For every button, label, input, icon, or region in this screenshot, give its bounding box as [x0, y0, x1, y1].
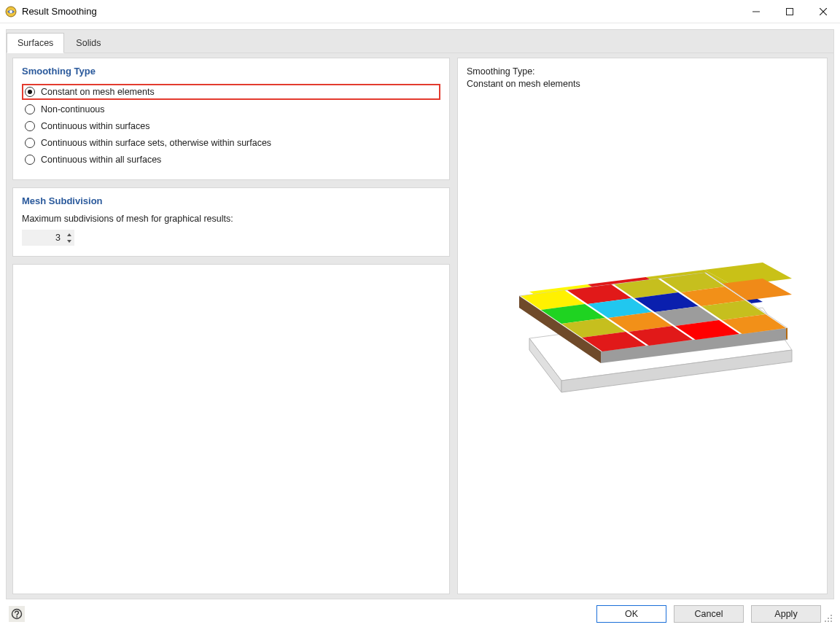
tab-solids[interactable]: Solids: [66, 34, 111, 52]
panel-title-smoothing: Smoothing Type: [22, 66, 440, 77]
help-button[interactable]: [9, 606, 25, 622]
radio-indicator-icon: [25, 121, 35, 131]
radio-indicator-icon: [25, 138, 35, 148]
preview-line2: Constant on mesh elements: [467, 79, 580, 89]
radio-continuous-within-surface-sets[interactable]: Continuous within surface sets, otherwis…: [22, 136, 440, 150]
tab-label: Solids: [76, 38, 101, 48]
radio-indicator-icon: [25, 87, 35, 97]
maximize-button[interactable]: [773, 0, 806, 23]
tabs-bar: Surfaces Solids: [6, 29, 834, 53]
panel-mesh-subdivision: Mesh Subdivision Maximum subdivisions of…: [12, 187, 450, 257]
help-icon: [11, 608, 23, 620]
svg-marker-40: [786, 328, 788, 340]
titlebar: Result Smoothing: [0, 0, 840, 23]
minimize-button[interactable]: [739, 0, 773, 23]
radio-label: Constant on mesh elements: [41, 87, 155, 97]
left-column: Smoothing Type Constant on mesh elements…: [12, 53, 450, 594]
radio-indicator-icon: [25, 155, 35, 165]
svg-point-49: [825, 621, 826, 622]
radio-label: Continuous within surface sets, otherwis…: [41, 138, 271, 148]
content-row: Smoothing Type Constant on mesh elements…: [6, 53, 834, 599]
dialog-footer: OK Cancel Apply: [0, 599, 840, 630]
svg-point-48: [828, 621, 829, 622]
app-icon: [4, 5, 18, 18]
radio-indicator-icon: [25, 104, 35, 114]
radio-label: Non-continuous: [41, 104, 105, 114]
svg-point-1: [9, 10, 12, 13]
svg-marker-6: [67, 233, 71, 236]
svg-rect-3: [787, 8, 793, 15]
radio-non-continuous[interactable]: Non-continuous: [22, 102, 440, 117]
button-label: Apply: [774, 609, 797, 619]
svg-point-44: [831, 615, 832, 616]
mesh-subdivision-label: Maximum subdivisions of mesh for graphic…: [22, 214, 440, 224]
preview-line1: Smoothing Type:: [467, 66, 535, 77]
mesh-subdivision-spinner[interactable]: [22, 230, 74, 246]
radio-continuous-within-all-surfaces[interactable]: Continuous within all surfaces: [22, 152, 440, 167]
button-label: OK: [625, 609, 638, 619]
preview-text: Smoothing Type: Constant on mesh element…: [467, 66, 818, 90]
radio-continuous-within-surfaces[interactable]: Continuous within surfaces: [22, 119, 440, 133]
svg-marker-7: [67, 240, 71, 243]
resize-grip-icon[interactable]: [824, 614, 833, 623]
tab-surfaces[interactable]: Surfaces: [7, 33, 64, 53]
radio-label: Continuous within surfaces: [41, 121, 149, 131]
apply-button[interactable]: Apply: [751, 605, 821, 623]
svg-point-46: [828, 618, 829, 619]
radio-label: Continuous within all surfaces: [41, 155, 161, 165]
dialog-body: Surfaces Solids Smoothing Type Constant …: [0, 23, 840, 630]
cancel-button[interactable]: Cancel: [674, 605, 744, 623]
button-label: Cancel: [695, 609, 723, 619]
svg-point-47: [831, 621, 832, 622]
spinner-down-button[interactable]: [65, 238, 74, 244]
ok-button[interactable]: OK: [596, 605, 666, 623]
preview-panel: Smoothing Type: Constant on mesh element…: [457, 58, 828, 594]
tab-label: Surfaces: [18, 38, 53, 48]
mesh-subdivision-input[interactable]: [23, 230, 65, 245]
panel-title-mesh: Mesh Subdivision: [22, 195, 440, 206]
panel-empty: [12, 264, 450, 594]
window-title: Result Smoothing: [22, 6, 97, 17]
svg-point-43: [16, 616, 18, 618]
mesh-preview-illustration: [487, 248, 793, 401]
radio-constant-on-mesh[interactable]: Constant on mesh elements: [22, 84, 440, 100]
svg-point-45: [831, 618, 832, 619]
panel-smoothing-type: Smoothing Type Constant on mesh elements…: [12, 58, 450, 180]
close-button[interactable]: [806, 0, 840, 23]
spinner-up-button[interactable]: [65, 231, 74, 238]
